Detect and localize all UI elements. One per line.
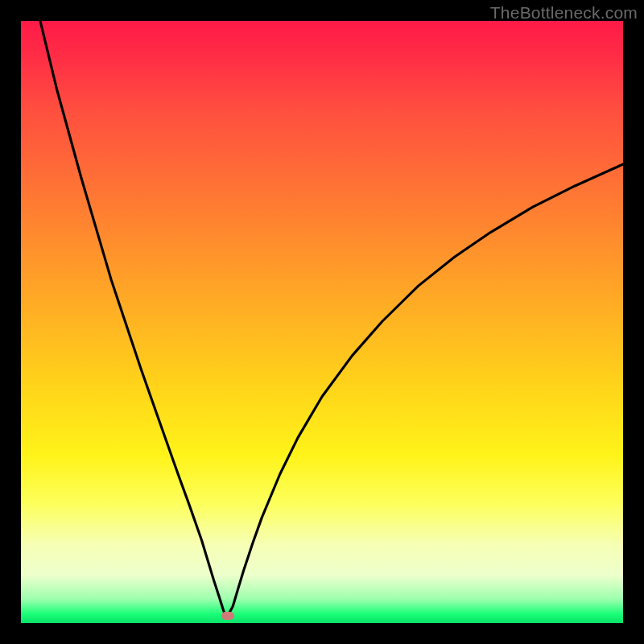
watermark-text: TheBottleneck.com bbox=[490, 3, 638, 23]
bottleneck-curve bbox=[21, 21, 623, 623]
chart-frame bbox=[21, 21, 623, 623]
curve-minimum-marker bbox=[221, 612, 234, 620]
